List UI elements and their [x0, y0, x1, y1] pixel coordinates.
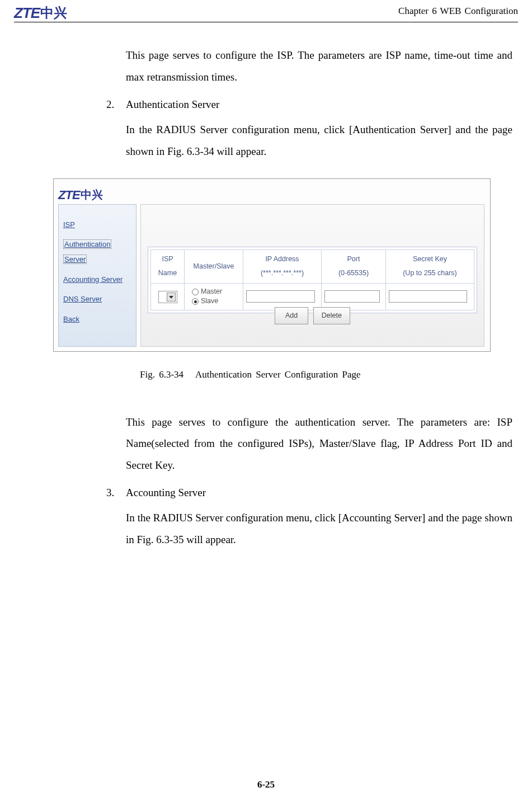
button-row: Add Delete: [141, 304, 484, 326]
dropdown-arrow-icon: [167, 293, 176, 301]
isp-name-select[interactable]: [158, 291, 177, 303]
list-number-2: 2.: [106, 94, 114, 116]
item2-desc: In the RADIUS Server configuration menu,…: [126, 119, 512, 163]
col-master-slave: Master/Slave: [185, 249, 243, 283]
table-header-row: ISP Name Master/Slave IP Address (***.**…: [151, 249, 474, 283]
sidebar-item-isp[interactable]: ISP: [63, 218, 131, 233]
master-radio[interactable]: [192, 289, 199, 295]
sidebar-item-authentication-server-line2[interactable]: Server: [63, 254, 87, 264]
svg-marker-0: [169, 296, 173, 299]
list-item-2: 2. Authentication Server In the RADIUS S…: [106, 94, 512, 163]
master-label: Master: [201, 287, 222, 297]
port-input[interactable]: [324, 290, 380, 303]
sidebar-item-authentication-server-line1[interactable]: Authentication: [63, 239, 111, 249]
col-ip-address: IP Address (***.***.***.***): [243, 249, 322, 283]
page-number: 6-25: [0, 779, 532, 790]
secret-key-input[interactable]: [389, 290, 467, 303]
list-number-3: 3.: [106, 482, 114, 504]
delete-button[interactable]: Delete: [313, 307, 350, 325]
item3-title: Accounting Server: [126, 482, 512, 504]
intro-paragraph: This page serves to configure the ISP. T…: [126, 45, 512, 88]
figure-container: ZTE中兴 ISP Authentication Server Accounti…: [53, 178, 512, 385]
item2-title: Authentication Server: [126, 94, 512, 116]
caption-number: Fig. 6.3-34: [140, 369, 183, 380]
zte-logo-header: ZTE中兴: [14, 4, 67, 22]
col-secret-key: Secret Key (Up to 255 chars): [386, 249, 474, 283]
main-panel: ISP Name Master/Slave IP Address (***.**…: [140, 204, 484, 347]
sidebar-item-back[interactable]: Back: [63, 312, 131, 327]
header-chapter-title: Chapter 6 WEB Configuration: [398, 6, 518, 17]
caption-text: Authentication Server Configuration Page: [195, 369, 361, 380]
logo-text-zte: ZTE: [14, 4, 40, 22]
ip-address-input[interactable]: [246, 290, 315, 303]
figure-caption: Fig. 6.3-34 Authentication Server Config…: [140, 365, 512, 385]
sidebar-item-dns-server[interactable]: DNS Server: [63, 292, 131, 307]
item3-desc: In the RADIUS Server configuration menu,…: [126, 507, 512, 551]
add-button[interactable]: Add: [275, 307, 308, 325]
config-table: ISP Name Master/Slave IP Address (***.**…: [150, 249, 474, 310]
sidebar: ISP Authentication Server Accounting Ser…: [58, 204, 136, 347]
main-content: This page serves to configure the ISP. T…: [126, 45, 512, 554]
col-port: Port (0-65535): [322, 249, 386, 283]
col-isp-name: ISP Name: [151, 249, 185, 283]
screenshot-figure: ZTE中兴 ISP Authentication Server Accounti…: [53, 178, 491, 352]
logo-text-cn: 中兴: [40, 4, 67, 22]
list-item-3: 3. Accounting Server In the RADIUS Serve…: [106, 482, 512, 551]
page-header: ZTE中兴 Chapter 6 WEB Configuration: [14, 6, 518, 22]
post-figure-paragraph: This page serves to configure the authen…: [126, 412, 512, 477]
sidebar-item-accounting-server[interactable]: Accounting Server: [63, 272, 131, 287]
